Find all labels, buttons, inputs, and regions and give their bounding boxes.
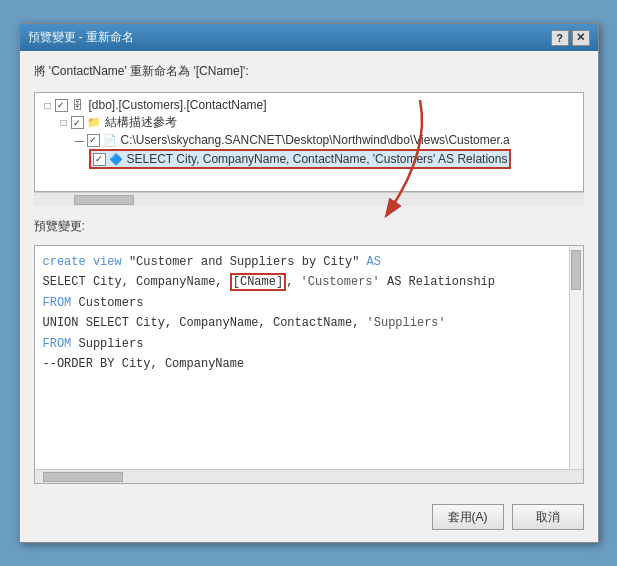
- customers-table: Customers: [79, 296, 144, 310]
- code-line-1: SELECT City, CompanyName, [CName], 'Cust…: [43, 272, 561, 292]
- apply-button[interactable]: 套用(A): [432, 504, 504, 530]
- kw-from1: FROM: [43, 296, 79, 310]
- suppliers-str: 'Suppliers': [367, 316, 446, 330]
- select-prefix: SELECT City, CompanyName,: [43, 275, 230, 289]
- cname-box: [CName]: [230, 273, 286, 291]
- code-line-5: --ORDER BY City, CompanyName: [43, 354, 561, 374]
- tree-row-0: □ 🗄 [dbo].[Customers].[ContactName]: [39, 97, 579, 113]
- tree-view[interactable]: □ 🗄 [dbo].[Customers].[ContactName] □ 📁 …: [34, 92, 584, 192]
- suppliers-table: Suppliers: [79, 337, 144, 351]
- tree-label-3: SELECT City, CompanyName, ContactName, '…: [127, 152, 508, 166]
- code-line-3: UNION SELECT City, CompanyName, ContactN…: [43, 313, 561, 333]
- cancel-button[interactable]: 取消: [512, 504, 584, 530]
- tree-label-2: C:\Users\skychang.SANCNET\Desktop\Northw…: [121, 133, 510, 147]
- customers-str: 'Customers': [301, 275, 380, 289]
- comment-line: --ORDER BY City, CompanyName: [43, 357, 245, 371]
- kw-from2: FROM: [43, 337, 79, 351]
- tree-label-1: 結構描述參考: [105, 114, 177, 131]
- kw-create: create view: [43, 255, 129, 269]
- dialog-title: 預覽變更 - 重新命名: [28, 29, 135, 46]
- code-vscrollbar-thumb[interactable]: [571, 250, 581, 290]
- checkbox-1[interactable]: [71, 116, 84, 129]
- sql-icon-3: 🔷: [108, 152, 124, 166]
- code-hscrollbar[interactable]: [35, 469, 583, 483]
- str-viewname: "Customer and Suppliers by City": [129, 255, 359, 269]
- preview-label: 預覽變更:: [34, 218, 584, 235]
- code-hscrollbar-thumb[interactable]: [43, 472, 123, 482]
- tree-hscrollbar[interactable]: [34, 192, 584, 206]
- tree-row-1: □ 📁 結構描述參考: [39, 113, 579, 132]
- code-line-2: FROM Customers: [43, 293, 561, 313]
- tree-wrapper: □ 🗄 [dbo].[Customers].[ContactName] □ 📁 …: [34, 92, 584, 206]
- code-line-0: create view "Customer and Suppliers by C…: [43, 252, 561, 272]
- tree-row-2: — 📄 C:\Users\skychang.SANCNET\Desktop\No…: [39, 132, 579, 148]
- kw-as: AS: [359, 255, 381, 269]
- tree-row-3: 🔷 SELECT City, CompanyName, ContactName,…: [39, 148, 579, 170]
- tree-label-0: [dbo].[Customers].[ContactName]: [89, 98, 267, 112]
- checkbox-0[interactable]: [55, 99, 68, 112]
- folder-icon-1: 📁: [86, 116, 102, 130]
- title-bar: 預覽變更 - 重新命名 ? ✕: [20, 24, 598, 51]
- as-relationship: AS Relationship: [380, 275, 495, 289]
- tree-hscrollbar-thumb[interactable]: [74, 195, 134, 205]
- db-icon-0: 🗄: [70, 98, 86, 112]
- code-line-4: FROM Suppliers: [43, 334, 561, 354]
- highlighted-tree-row: 🔷 SELECT City, CompanyName, ContactName,…: [89, 149, 512, 169]
- dialog-body: 將 'ContactName' 重新命名為 '[CName]': □ 🗄 [db…: [20, 51, 598, 496]
- code-section: create view "Customer and Suppliers by C…: [34, 245, 584, 484]
- help-button[interactable]: ?: [551, 30, 569, 46]
- subtitle-text: 將 'ContactName' 重新命名為 '[CName]':: [34, 63, 584, 80]
- button-row: 套用(A) 取消: [20, 496, 598, 542]
- expand-2[interactable]: —: [73, 133, 87, 147]
- code-content[interactable]: create view "Customer and Suppliers by C…: [35, 246, 569, 469]
- close-button[interactable]: ✕: [572, 30, 590, 46]
- title-bar-buttons: ? ✕: [551, 30, 590, 46]
- checkbox-3[interactable]: [93, 153, 106, 166]
- checkbox-2[interactable]: [87, 134, 100, 147]
- union-select: UNION SELECT City, CompanyName, ContactN…: [43, 316, 367, 330]
- expand-0[interactable]: □: [41, 98, 55, 112]
- code-vscrollbar[interactable]: [569, 246, 583, 469]
- code-area-wrapper: create view "Customer and Suppliers by C…: [35, 246, 583, 469]
- file-icon-2: 📄: [102, 133, 118, 147]
- expand-1[interactable]: □: [57, 116, 71, 130]
- rename-dialog: 預覽變更 - 重新命名 ? ✕ 將 'ContactName' 重新命名為 '[…: [19, 23, 599, 543]
- comma-space: ,: [286, 275, 300, 289]
